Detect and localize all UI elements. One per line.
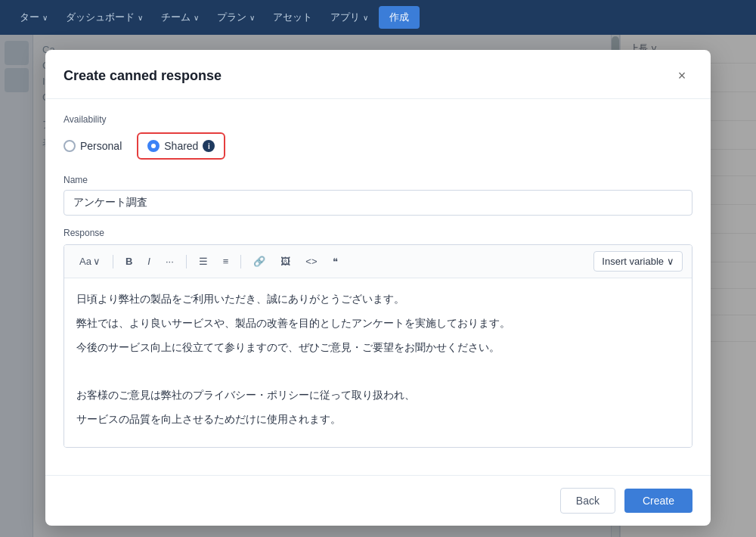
- toolbar-divider-1: [113, 255, 113, 268]
- editor-toolbar: Aa ∨ B I ···: [64, 245, 692, 278]
- insert-variable-button[interactable]: Insert variable ∨: [593, 251, 683, 272]
- toolbar-image-button[interactable]: 🖼: [274, 253, 296, 270]
- nav-chevron-team: ∨: [194, 14, 199, 22]
- font-aa-label: Aa: [79, 256, 91, 267]
- toolbar-left: Aa ∨ B I ···: [73, 253, 344, 270]
- availability-shared-option[interactable]: Shared: [147, 140, 198, 152]
- toolbar-bold-button[interactable]: B: [119, 253, 138, 270]
- toolbar-divider-3: [240, 255, 241, 268]
- nav-label-home: ター: [20, 11, 39, 24]
- toolbar-numbered-button[interactable]: ≡: [217, 253, 235, 270]
- toolbar-link-button[interactable]: 🔗: [247, 253, 271, 270]
- toolbar-bullet-button[interactable]: ☰: [193, 253, 214, 270]
- name-form-group: Name: [64, 175, 692, 216]
- create-button[interactable]: Create: [624, 489, 692, 513]
- shared-radio[interactable]: [147, 140, 160, 152]
- nav-chevron-dashboard: ∨: [138, 14, 143, 22]
- nav-item-dashboard[interactable]: ダッシュボード ∨: [58, 6, 150, 29]
- response-form-group: Response Aa ∨ B: [64, 228, 692, 448]
- create-canned-response-modal: Create canned response × Availability Pe…: [45, 50, 711, 526]
- modal-close-button[interactable]: ×: [671, 65, 692, 86]
- modal-header: Create canned response ×: [45, 50, 711, 99]
- modal-overlay: Create canned response × Availability Pe…: [0, 35, 756, 537]
- insert-variable-chevron: ∨: [667, 256, 674, 267]
- nav-item-home[interactable]: ター ∨: [12, 6, 55, 29]
- insert-variable-label: Insert variable: [602, 256, 664, 267]
- nav-item-team[interactable]: チーム ∨: [153, 6, 206, 29]
- name-input[interactable]: [64, 190, 692, 216]
- nav-chevron-home: ∨: [42, 14, 48, 22]
- content-line-4: [76, 362, 680, 380]
- nav-label-plan: プラン: [217, 11, 246, 24]
- modal-footer: Back Create: [45, 475, 711, 526]
- top-navigation: ター ∨ ダッシュボード ∨ チーム ∨ プラン ∨ アセット アプリ ∨ 作成: [0, 0, 756, 35]
- toolbar-font-button[interactable]: Aa ∨: [73, 253, 107, 270]
- shared-label: Shared: [164, 140, 198, 152]
- back-button[interactable]: Back: [560, 488, 615, 514]
- content-line-3: 今後のサービス向上に役立てて参りますので、ぜひご意見・ご要望をお聞かせください。: [76, 339, 680, 357]
- nav-chevron-app: ∨: [363, 14, 368, 22]
- nav-label-asset: アセット: [273, 11, 312, 24]
- toolbar-code-button[interactable]: <>: [299, 253, 323, 270]
- nav-item-plan[interactable]: プラン ∨: [209, 6, 262, 29]
- response-label: Response: [64, 228, 692, 238]
- content-line-2: 弊社では、より良いサービスや、製品の改善を目的としたアンケートを実施しております…: [76, 315, 680, 333]
- content-line-1: 日頃より弊社の製品をご利用いただき、誠にありがとうございます。: [76, 290, 680, 309]
- nav-chevron-plan: ∨: [249, 14, 255, 22]
- content-line-5: お客様のご意見は弊社のプライバシー・ポリシーに従って取り扱われ、: [76, 386, 680, 405]
- personal-label: Personal: [80, 140, 122, 152]
- toolbar-divider-2: [186, 255, 187, 268]
- availability-label: Availability: [64, 114, 692, 125]
- nav-item-app[interactable]: アプリ ∨: [323, 6, 376, 29]
- info-icon[interactable]: i: [203, 140, 215, 152]
- content-line-6: サービスの品質を向上させるためだけに使用されます。: [76, 411, 680, 429]
- modal-body: Availability Personal Shared i: [45, 99, 711, 475]
- availability-personal-option[interactable]: Personal: [64, 140, 122, 152]
- modal-title: Create canned response: [64, 68, 222, 84]
- personal-radio[interactable]: [64, 140, 76, 152]
- editor-content-area[interactable]: 日頃より弊社の製品をご利用いただき、誠にありがとうございます。 弊社では、より良…: [64, 278, 692, 447]
- shared-highlight-box: Shared i: [137, 132, 225, 160]
- nav-label-team: チーム: [161, 11, 191, 24]
- name-label: Name: [64, 175, 692, 185]
- font-chevron: ∨: [93, 256, 101, 267]
- nav-label-dashboard: ダッシュボード: [66, 11, 135, 24]
- availability-row: Personal Shared i: [64, 132, 692, 160]
- nav-create-button[interactable]: 作成: [379, 6, 420, 29]
- nav-label-app: アプリ: [330, 11, 360, 24]
- toolbar-quote-button[interactable]: ❝: [327, 253, 344, 270]
- nav-item-asset[interactable]: アセット: [265, 6, 320, 29]
- toolbar-more-button[interactable]: ···: [160, 253, 180, 270]
- toolbar-italic-button[interactable]: I: [141, 253, 156, 270]
- response-editor: Aa ∨ B I ···: [64, 244, 692, 448]
